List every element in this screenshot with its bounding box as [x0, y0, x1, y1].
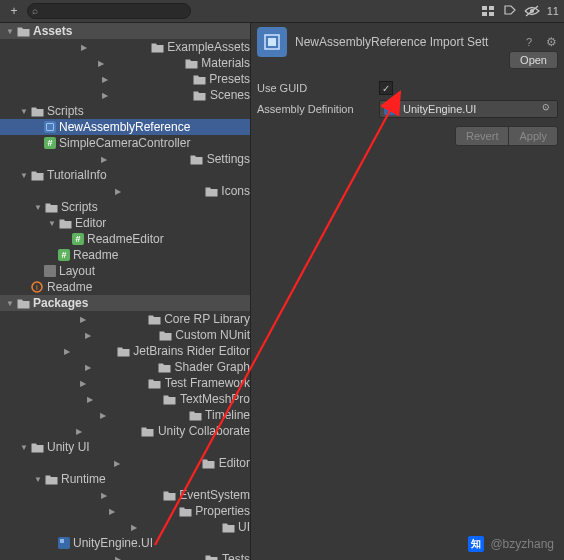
tree-item-label: Shader Graph	[175, 360, 250, 374]
inspector-panel: NewAssemblyReference Import Sett ? ⚙ Ope…	[251, 23, 564, 560]
expand-arrow-icon[interactable]	[18, 395, 163, 404]
tree-item-label: Readme	[73, 248, 118, 262]
folder-icon	[202, 456, 216, 470]
tree-row[interactable]: #ReadmeEditor	[0, 231, 250, 247]
folder-icon	[162, 488, 176, 502]
tree-row[interactable]: Custom NUnit	[0, 327, 250, 343]
expand-arrow-icon[interactable]	[46, 523, 221, 532]
expand-arrow-icon[interactable]	[32, 187, 204, 196]
expand-arrow-icon[interactable]	[18, 315, 147, 324]
object-picker-icon[interactable]: ⊙	[539, 102, 553, 116]
tree-row[interactable]: Test Framework	[0, 375, 250, 391]
packages-label: Packages	[33, 296, 88, 310]
expand-arrow-icon[interactable]	[18, 347, 116, 356]
tree-item-label: Timeline	[205, 408, 250, 422]
open-button[interactable]: Open	[509, 51, 558, 69]
revert-button[interactable]: Revert	[455, 126, 509, 146]
expand-arrow-icon[interactable]	[46, 491, 162, 500]
expand-arrow-icon[interactable]	[18, 379, 148, 388]
tree-item-label: TextMeshPro	[180, 392, 250, 406]
expand-arrow-icon[interactable]	[18, 107, 30, 116]
apply-button[interactable]: Apply	[509, 126, 558, 146]
csharp-script-icon: #	[58, 249, 70, 261]
tree-row[interactable]: Timeline	[0, 407, 250, 423]
tree-row[interactable]: NewAssemblyReference	[0, 119, 250, 135]
filter-by-label-icon[interactable]	[501, 2, 519, 20]
tree-row[interactable]: Editor	[0, 215, 250, 231]
expand-arrow-icon[interactable]	[46, 219, 58, 228]
tree-row[interactable]: UnityEngine.UI	[0, 535, 250, 551]
tree-row[interactable]: Runtime	[0, 471, 250, 487]
assembly-definition-label: Assembly Definition	[257, 103, 379, 115]
tree-row[interactable]: #SimpleCameraController	[0, 135, 250, 151]
tree-row[interactable]: Tests	[0, 551, 250, 560]
expand-arrow-icon[interactable]	[18, 91, 193, 100]
expand-arrow-icon[interactable]	[46, 507, 178, 516]
expand-arrow-icon[interactable]	[18, 363, 158, 372]
expand-arrow-icon[interactable]	[18, 171, 30, 180]
expand-arrow-icon[interactable]	[18, 155, 190, 164]
tree-row[interactable]: #Readme	[0, 247, 250, 263]
expand-arrow-icon[interactable]	[32, 459, 202, 468]
tree-item-label: Presets	[209, 72, 250, 86]
expand-arrow-icon[interactable]	[18, 59, 184, 68]
expand-arrow-icon[interactable]	[18, 427, 141, 436]
tree-row[interactable]: ExampleAssets	[0, 39, 250, 55]
tree-row[interactable]: UI	[0, 519, 250, 535]
help-icon[interactable]: ?	[522, 36, 536, 48]
tree-item-label: Scripts	[61, 200, 98, 214]
expand-arrow-icon[interactable]	[32, 475, 44, 484]
asmdef-icon	[58, 537, 70, 549]
tree-row[interactable]: iReadme	[0, 279, 250, 295]
tree-row[interactable]: TutorialInfo	[0, 167, 250, 183]
assets-header-row[interactable]: Assets	[0, 23, 250, 39]
expand-arrow-icon[interactable]	[18, 443, 30, 452]
tree-item-label: Runtime	[61, 472, 106, 486]
folder-icon	[147, 312, 161, 326]
tree-row[interactable]: Presets	[0, 71, 250, 87]
tree-row[interactable]: Layout	[0, 263, 250, 279]
tree-row[interactable]: Icons	[0, 183, 250, 199]
packages-header-row[interactable]: Packages	[0, 295, 250, 311]
tree-row[interactable]: EventSystem	[0, 487, 250, 503]
filter-by-type-icon[interactable]	[479, 2, 497, 20]
tree-row[interactable]: Scenes	[0, 87, 250, 103]
zhihu-icon: 知	[468, 536, 484, 552]
tree-row[interactable]: Properties	[0, 503, 250, 519]
expand-arrow-icon[interactable]	[18, 75, 192, 84]
svg-rect-3	[489, 12, 494, 16]
folder-icon	[58, 216, 72, 230]
tree-row[interactable]: Shader Graph	[0, 359, 250, 375]
expand-arrow-icon[interactable]	[4, 299, 16, 308]
tree-row[interactable]: Scripts	[0, 199, 250, 215]
asmref-icon	[44, 121, 56, 133]
tree-row[interactable]: Core RP Library	[0, 311, 250, 327]
expand-arrow-icon[interactable]	[18, 411, 188, 420]
tree-row[interactable]: Settings	[0, 151, 250, 167]
folder-icon	[158, 360, 172, 374]
tree-row[interactable]: Unity Collaborate	[0, 423, 250, 439]
tree-row[interactable]: Materials	[0, 55, 250, 71]
tree-item-label: Layout	[59, 264, 95, 278]
tree-item-label: Settings	[207, 152, 250, 166]
gear-icon[interactable]: ⚙	[544, 35, 558, 49]
expand-arrow-icon[interactable]	[18, 43, 150, 52]
use-guid-checkbox[interactable]: ✓	[379, 81, 393, 95]
tree-row[interactable]: JetBrains Rider Editor	[0, 343, 250, 359]
create-icon[interactable]: +	[5, 2, 23, 20]
folder-icon	[205, 552, 219, 560]
expand-arrow-icon[interactable]	[18, 331, 158, 340]
svg-text:i: i	[36, 283, 38, 292]
search-input[interactable]	[27, 3, 191, 19]
search-wrap: ⌕	[27, 3, 191, 19]
tree-row[interactable]: Unity UI	[0, 439, 250, 455]
tree-row[interactable]: Editor	[0, 455, 250, 471]
expand-arrow-icon[interactable]	[32, 203, 44, 212]
hidden-visibility-icon[interactable]	[523, 2, 541, 20]
expand-arrow-icon[interactable]	[4, 27, 16, 36]
expand-arrow-icon[interactable]	[32, 555, 205, 561]
tree-row[interactable]: Scripts	[0, 103, 250, 119]
assembly-definition-field[interactable]: UnityEngine.UI ⊙	[379, 100, 558, 118]
tree-item-label: Scripts	[47, 104, 84, 118]
tree-row[interactable]: TextMeshPro	[0, 391, 250, 407]
